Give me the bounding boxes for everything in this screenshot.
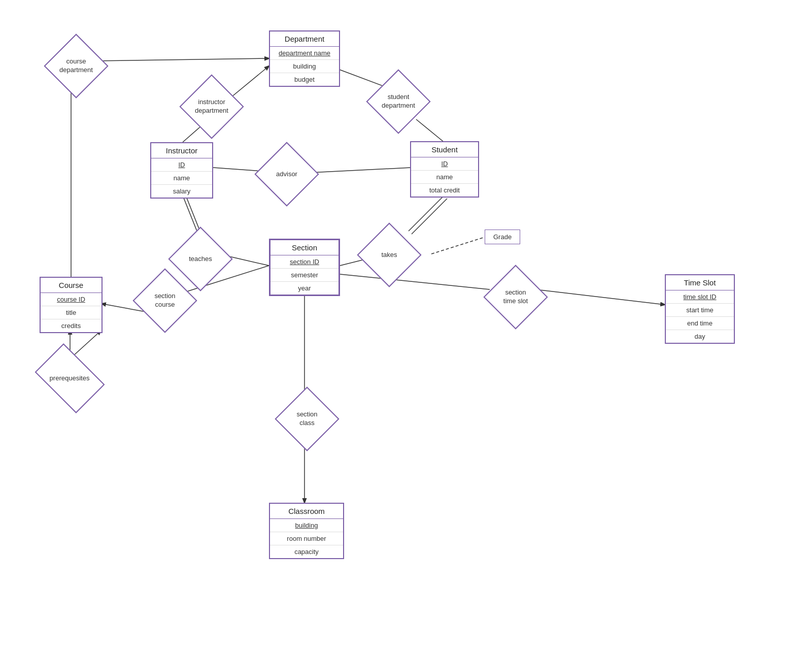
diamond-label-instructor-department: instructordepartment [195,98,228,115]
diamond-label-prereq: prerequesites [50,374,90,383]
entity-course-title: Course [41,278,101,293]
entity-section-attr-semester: semester [270,269,339,282]
svg-line-22 [74,331,101,355]
diamond-label-student-department: studentdepartment [382,93,415,110]
entity-timeslot-attr-id: time slot ID [666,290,734,304]
svg-line-12 [412,199,447,234]
diamond-label-course-department: coursedepartment [59,57,93,75]
entity-course-attr-credits: credits [41,319,101,332]
grade-attribute: Grade [485,230,520,244]
entity-department-attr-budget: budget [270,73,339,86]
entity-instructor-attr-salary: salary [151,185,212,198]
svg-line-17 [340,274,490,289]
entity-classroom-title: Classroom [270,504,343,519]
er-diagram: Department department name building budg… [0,0,812,650]
diamond-section-course: sectioncourse [140,275,190,326]
diamond-advisor: advisor [261,149,312,200]
entity-timeslot-attr-day: day [666,330,734,343]
diamond-label-teaches: teaches [189,255,212,264]
diamond-label-section-timeslot: sectiontime slot [503,288,528,306]
diamond-section-class: sectionclass [282,394,332,444]
entity-department: Department department name building budg… [269,30,340,87]
diamond-section-timeslot: sectiontime slot [490,272,541,322]
entity-classroom-attr-capacity: capacity [270,545,343,558]
svg-line-11 [409,196,444,231]
entity-timeslot-attr-end: end time [666,317,734,330]
entity-classroom: Classroom building room number capacity [269,503,344,559]
entity-instructor-title: Instructor [151,143,212,158]
svg-line-0 [94,58,269,61]
diamond-label-section-class: sectionclass [296,410,317,428]
diamond-course-department: coursedepartment [48,38,104,94]
entity-instructor-attr-id: ID [151,158,212,172]
entity-timeslot-title: Time Slot [666,275,734,290]
entity-classroom-attr-room: room number [270,532,343,545]
svg-line-8 [183,196,198,234]
entity-student: Student ID name total credit [410,141,479,198]
diamond-instructor-department: instructordepartment [184,79,240,135]
entity-timeslot-attr-start: start time [666,304,734,317]
svg-line-7 [310,168,411,173]
entity-course-attr-title: title [41,306,101,319]
diamond-label-section-course: sectioncourse [154,292,175,309]
entity-student-title: Student [411,142,478,157]
entity-classroom-attr-building: building [270,519,343,532]
diamond-student-department: studentdepartment [370,74,426,129]
svg-line-18 [535,289,665,305]
entity-student-attr-name: name [411,171,478,184]
diamond-prereq: prerequesites [40,353,99,404]
entity-section-attr-id: section ID [270,255,339,269]
entity-section-attr-year: year [270,282,339,295]
diamond-takes: takes [364,230,415,280]
entity-course-attr-id: course ID [41,293,101,306]
entity-course: Course course ID title credits [40,277,103,333]
entity-student-attr-credit: total credit [411,184,478,197]
diamond-label-advisor: advisor [276,170,297,179]
entity-timeslot: Time Slot time slot ID start time end ti… [665,274,735,344]
entity-instructor-attr-name: name [151,172,212,185]
diamond-label-takes: takes [381,251,397,259]
entity-instructor: Instructor ID name salary [150,142,213,199]
entity-department-attr-name: department name [270,47,339,60]
entity-section-title: Section [270,240,339,255]
entity-department-attr-building: building [270,60,339,73]
entity-department-title: Department [270,31,339,47]
svg-line-14 [431,237,485,254]
entity-student-attr-id: ID [411,157,478,171]
entity-section: Section section ID semester year [269,239,340,296]
